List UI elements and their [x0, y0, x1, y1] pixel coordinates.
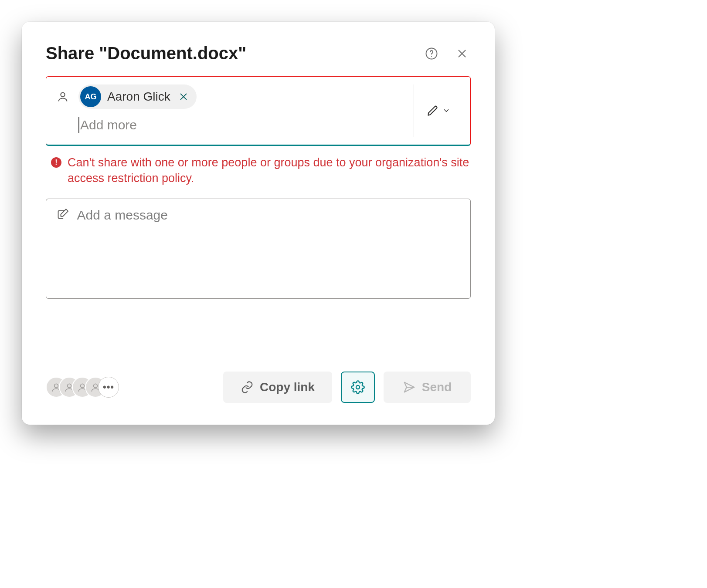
svg-point-7 — [356, 385, 360, 389]
recipient-chip: AG Aaron Glick — [78, 84, 197, 109]
send-label: Send — [422, 380, 452, 394]
pencil-icon — [426, 104, 440, 118]
add-recipient-input[interactable] — [80, 118, 409, 132]
facepile-overflow[interactable]: ••• — [98, 377, 119, 398]
chip-name: Aaron Glick — [107, 90, 170, 104]
person-icon — [57, 91, 69, 103]
copy-link-button[interactable]: Copy link — [223, 372, 332, 403]
remove-recipient-button[interactable] — [177, 90, 190, 104]
dialog-footer: ••• Copy link Send — [46, 372, 471, 403]
avatar: AG — [80, 86, 101, 107]
link-icon — [241, 381, 254, 394]
message-input[interactable] — [77, 208, 460, 237]
svg-point-1 — [431, 56, 432, 57]
svg-point-6 — [94, 384, 98, 388]
svg-point-4 — [68, 384, 71, 388]
error-message-row: ! Can't share with one or more people or… — [46, 155, 471, 186]
help-button[interactable] — [423, 45, 440, 62]
permission-section — [414, 84, 462, 137]
svg-point-5 — [81, 384, 85, 388]
recipients-field[interactable]: AG Aaron Glick — [46, 76, 471, 146]
x-icon — [179, 92, 188, 101]
share-dialog: Share "Document.docx" — [22, 22, 495, 425]
link-settings-button[interactable] — [341, 372, 375, 403]
permission-dropdown[interactable] — [426, 104, 450, 118]
dialog-header: Share "Document.docx" — [46, 44, 471, 63]
add-more-row — [55, 117, 409, 133]
header-actions — [423, 45, 471, 62]
error-icon: ! — [51, 157, 61, 168]
recipients-left: AG Aaron Glick — [55, 84, 409, 137]
text-caret — [78, 117, 79, 133]
close-icon — [456, 48, 468, 59]
svg-point-3 — [54, 384, 58, 388]
shared-with-facepile[interactable]: ••• — [46, 377, 119, 398]
question-icon — [425, 47, 438, 60]
svg-point-2 — [61, 93, 65, 97]
dialog-title: Share "Document.docx" — [46, 44, 246, 63]
chip-row: AG Aaron Glick — [55, 84, 409, 109]
chevron-down-icon — [442, 107, 450, 115]
error-text: Can't share with one or more people or g… — [68, 155, 471, 186]
copy-link-label: Copy link — [260, 380, 315, 394]
compose-icon — [57, 208, 69, 221]
footer-buttons: Copy link Send — [223, 372, 471, 403]
gear-icon — [351, 380, 365, 394]
message-field[interactable] — [46, 199, 471, 299]
person-icon-wrap — [55, 91, 71, 103]
close-button[interactable] — [453, 45, 471, 62]
send-button[interactable]: Send — [384, 372, 471, 403]
send-icon — [403, 381, 416, 394]
